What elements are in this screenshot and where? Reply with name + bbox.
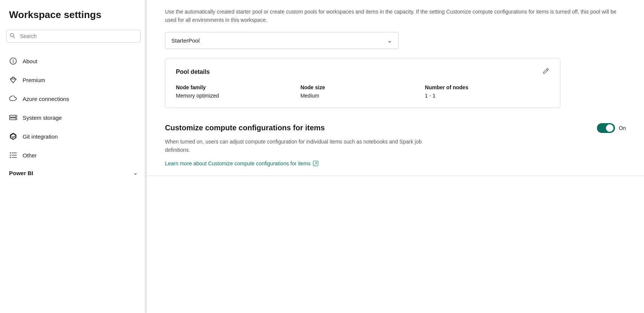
- pool-details-header: Pool details: [176, 67, 549, 77]
- sidebar-item-git-integration-label: Git integration: [23, 133, 58, 140]
- svg-point-17: [10, 155, 11, 156]
- pool-details-card: Pool details Node family Memory optimize…: [165, 58, 560, 108]
- search-icon: [10, 33, 15, 40]
- chevron-down-icon: ⌄: [133, 170, 137, 176]
- section-divider: [147, 176, 644, 176]
- toggle-state-label: On: [619, 125, 626, 131]
- svg-point-4: [13, 60, 14, 60]
- compute-header: Customize compute configurations for ite…: [165, 123, 626, 133]
- toggle-knob: [606, 124, 613, 132]
- learn-more-link[interactable]: Learn more about Customize compute confi…: [165, 160, 318, 166]
- number-of-nodes-label: Number of nodes: [425, 84, 549, 90]
- pool-details-grid: Node family Memory optimized Node size M…: [176, 84, 549, 99]
- diamond-icon: [9, 76, 17, 84]
- search-container: [6, 30, 140, 43]
- sidebar-item-premium[interactable]: Premium: [0, 70, 147, 89]
- sidebar-item-other[interactable]: Other: [0, 146, 147, 165]
- svg-point-11: [15, 116, 16, 117]
- node-family-col: Node family Memory optimized: [176, 84, 301, 99]
- compute-description: When turned on, users can adjust compute…: [165, 137, 429, 154]
- toggle-row: On: [597, 123, 626, 133]
- search-input[interactable]: [6, 30, 140, 43]
- svg-text:git: git: [12, 136, 15, 139]
- node-family-value: Memory optimized: [176, 93, 301, 99]
- storage-icon: [9, 113, 17, 122]
- git-icon: git: [9, 132, 17, 140]
- info-circle-icon: [9, 57, 17, 65]
- sidebar-item-system-storage-label: System storage: [23, 115, 62, 121]
- number-of-nodes-value: 1 - 1: [425, 93, 549, 99]
- node-size-label: Node size: [301, 84, 425, 90]
- sidebar-item-azure-connections[interactable]: Azure connections: [0, 89, 147, 108]
- svg-point-16: [10, 153, 11, 154]
- sidebar-item-other-label: Other: [23, 152, 37, 159]
- sidebar: Workspace settings: [0, 0, 147, 313]
- customize-compute-toggle[interactable]: [597, 123, 615, 133]
- svg-line-22: [546, 69, 548, 70]
- cloud-icon: [9, 95, 17, 103]
- customize-compute-section: Customize compute configurations for ite…: [165, 123, 626, 166]
- learn-more-text: Learn more about Customize compute confi…: [165, 160, 311, 166]
- sidebar-item-azure-connections-label: Azure connections: [23, 96, 69, 102]
- sidebar-item-about-label: About: [23, 58, 37, 64]
- sidebar-item-git-integration[interactable]: git Git integration: [0, 127, 147, 146]
- sidebar-scrollbar[interactable]: [145, 0, 147, 313]
- node-size-value: Medium: [301, 93, 425, 99]
- edit-icon[interactable]: [542, 67, 549, 77]
- svg-point-12: [15, 119, 16, 119]
- node-size-col: Node size Medium: [301, 84, 425, 99]
- pool-details-title: Pool details: [176, 69, 210, 75]
- customize-compute-title: Customize compute configurations for ite…: [165, 124, 325, 132]
- pool-selector-value: StarterPool: [171, 37, 200, 44]
- sidebar-nav: About Premium: [0, 52, 147, 182]
- list-icon: [9, 151, 17, 159]
- svg-point-18: [10, 157, 11, 158]
- main-content: Use the automatically created starter po…: [147, 0, 644, 313]
- pool-selector-chevron-icon: ⌄: [387, 37, 392, 44]
- sidebar-group-power-bi[interactable]: Power BI ⌄: [0, 165, 147, 182]
- pool-selector[interactable]: StarterPool ⌄: [165, 32, 398, 49]
- svg-line-1: [13, 37, 15, 38]
- sidebar-item-about[interactable]: About: [0, 52, 147, 70]
- sidebar-item-premium-label: Premium: [23, 77, 45, 83]
- node-family-label: Node family: [176, 84, 301, 90]
- page-title: Workspace settings: [0, 9, 147, 30]
- number-of-nodes-col: Number of nodes 1 - 1: [425, 84, 549, 99]
- svg-marker-5: [10, 77, 16, 83]
- sidebar-item-system-storage[interactable]: System storage: [0, 108, 147, 127]
- sidebar-group-power-bi-label: Power BI: [9, 170, 33, 176]
- external-link-icon: ↗: [313, 161, 318, 166]
- description-text: Use the automatically created starter po…: [165, 0, 626, 24]
